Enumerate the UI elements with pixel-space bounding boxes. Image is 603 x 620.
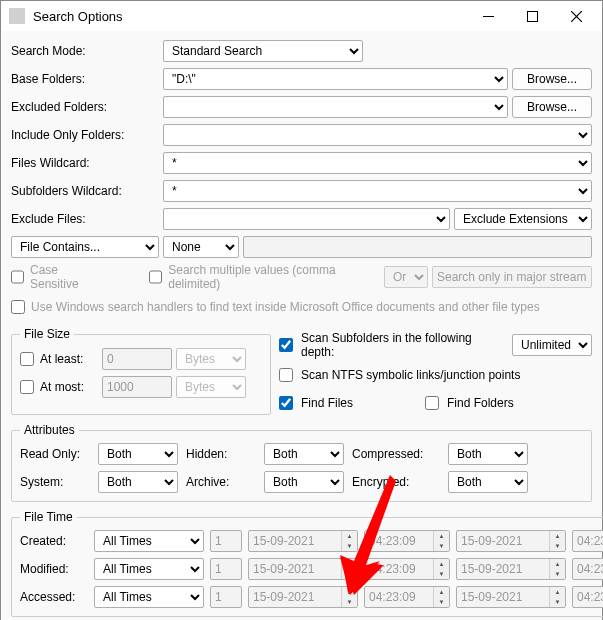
browse-base-button[interactable]: Browse...	[512, 68, 592, 90]
label-modified: Modified:	[20, 562, 88, 576]
subfolders-wildcard-combo[interactable]: *	[163, 180, 592, 202]
label-base-folders: Base Folders:	[11, 72, 159, 86]
base-folders-combo[interactable]: "D:\"	[163, 68, 508, 90]
label-files-wildcard: Files Wildcard:	[11, 156, 159, 170]
at-least-unit[interactable]: Bytes	[176, 348, 246, 370]
system-select[interactable]: Both	[98, 471, 178, 493]
maximize-button[interactable]	[510, 1, 554, 31]
compressed-select[interactable]: Both	[448, 443, 528, 465]
include-only-combo[interactable]	[163, 124, 592, 146]
svg-rect-1	[527, 11, 537, 21]
at-most-label: At most:	[40, 380, 84, 394]
files-wildcard-combo[interactable]: *	[163, 152, 592, 174]
label-encrypted: Encrypted:	[352, 475, 440, 489]
label-excluded-folders: Excluded Folders:	[11, 100, 159, 114]
win-handlers-label: Use Windows search handlers to find text…	[31, 300, 540, 314]
multi-values-check[interactable]	[149, 270, 162, 284]
find-files-check[interactable]	[279, 396, 293, 410]
or-select[interactable]: Or	[384, 266, 428, 288]
label-archive: Archive:	[186, 475, 256, 489]
label-search-mode: Search Mode:	[11, 44, 159, 58]
case-sensitive-check[interactable]	[11, 270, 24, 284]
find-folders-label: Find Folders	[447, 396, 514, 410]
at-most-check[interactable]	[20, 380, 34, 394]
spinner-icon[interactable]: ▲▼	[341, 531, 357, 551]
file-contains-select[interactable]: File Contains...	[11, 236, 159, 258]
accessed-n[interactable]	[210, 586, 242, 608]
window-title: Search Options	[33, 9, 466, 24]
label-system: System:	[20, 475, 90, 489]
modified-mode[interactable]: All Times	[94, 558, 204, 580]
scan-depth-label: Scan Subfolders in the following depth:	[301, 331, 508, 359]
exclude-files-combo[interactable]	[163, 208, 450, 230]
accessed-mode[interactable]: All Times	[94, 586, 204, 608]
browse-excluded-button[interactable]: Browse...	[512, 96, 592, 118]
major-stream-input[interactable]	[432, 266, 592, 288]
readonly-select[interactable]: Both	[98, 443, 178, 465]
label-exclude-files: Exclude Files:	[11, 212, 159, 226]
case-sensitive-label: Case Sensitive	[30, 263, 101, 291]
label-readonly: Read Only:	[20, 447, 90, 461]
modified-to-time[interactable]	[572, 558, 603, 580]
archive-select[interactable]: Both	[264, 471, 344, 493]
file-time-legend: File Time	[20, 510, 77, 524]
spinner-icon[interactable]: ▲▼	[433, 559, 449, 579]
label-created: Created:	[20, 534, 88, 548]
label-include-only: Include Only Folders:	[11, 128, 159, 142]
exclude-ext-list-select[interactable]: Exclude Extensions List	[454, 208, 592, 230]
win-handlers-check[interactable]	[11, 300, 25, 314]
spinner-icon[interactable]: ▲▼	[433, 531, 449, 551]
ntfs-links-label: Scan NTFS symbolic links/junction points	[301, 368, 520, 382]
spinner-icon[interactable]: ▲▼	[433, 587, 449, 607]
spinner-icon[interactable]: ▲▼	[341, 559, 357, 579]
spinner-icon[interactable]: ▲▼	[549, 559, 565, 579]
encrypted-select[interactable]: Both	[448, 471, 528, 493]
label-hidden: Hidden:	[186, 447, 256, 461]
at-least-value[interactable]	[102, 348, 172, 370]
find-folders-check[interactable]	[425, 396, 439, 410]
created-n[interactable]	[210, 530, 242, 552]
at-least-check[interactable]	[20, 352, 34, 366]
scan-depth-check[interactable]	[279, 338, 293, 352]
scan-depth-select[interactable]: Unlimited	[512, 334, 592, 356]
label-accessed: Accessed:	[20, 590, 88, 604]
spinner-icon[interactable]: ▲▼	[549, 531, 565, 551]
modified-n[interactable]	[210, 558, 242, 580]
hidden-select[interactable]: Both	[264, 443, 344, 465]
at-least-label: At least:	[40, 352, 83, 366]
find-files-label: Find Files	[301, 396, 421, 410]
attributes-group: Attributes Read Only: Both Hidden: Both …	[11, 423, 592, 502]
file-size-legend: File Size	[20, 327, 74, 341]
titlebar: Search Options	[1, 1, 602, 31]
file-time-group: File Time Created: All Times ▲▼ ▲▼ ▲▼ ▲▼…	[11, 510, 603, 617]
spinner-icon[interactable]: ▲▼	[341, 587, 357, 607]
file-contains-none[interactable]: None	[163, 236, 239, 258]
at-most-unit[interactable]: Bytes	[176, 376, 246, 398]
created-mode[interactable]: All Times	[94, 530, 204, 552]
app-icon	[9, 8, 25, 24]
label-subfolders-wildcard: Subfolders Wildcard:	[11, 184, 159, 198]
label-compressed: Compressed:	[352, 447, 440, 461]
accessed-to-time[interactable]	[572, 586, 603, 608]
close-button[interactable]	[554, 1, 598, 31]
file-contains-value[interactable]	[243, 236, 592, 258]
at-most-value[interactable]	[102, 376, 172, 398]
spinner-icon[interactable]: ▲▼	[549, 587, 565, 607]
ntfs-links-check[interactable]	[279, 368, 293, 382]
attributes-legend: Attributes	[20, 423, 79, 437]
excluded-folders-combo[interactable]	[163, 96, 508, 118]
created-to-time[interactable]	[572, 530, 603, 552]
file-size-group: File Size At least: Bytes At most: Bytes	[11, 327, 271, 415]
search-mode-select[interactable]: Standard Search	[163, 40, 363, 62]
multi-values-label: Search multiple values (comma delimited)	[168, 263, 369, 291]
minimize-button[interactable]	[466, 1, 510, 31]
